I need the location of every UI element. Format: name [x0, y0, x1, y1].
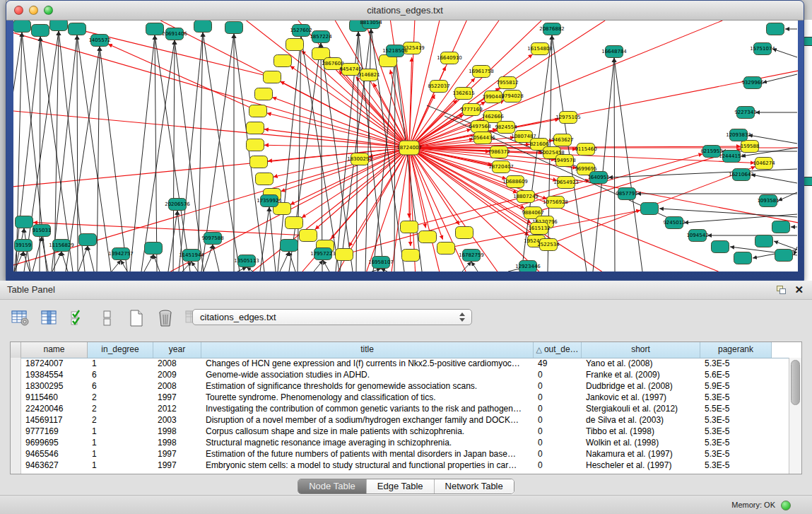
graph-node[interactable]: 20876882 [539, 23, 565, 35]
graph-node[interactable]: 16782759 [459, 250, 484, 262]
graph-node[interactable]: 16648784 [601, 46, 627, 58]
column-header-in_degree[interactable]: in_degree [88, 342, 153, 358]
graph-node[interactable]: 20206576 [165, 199, 190, 211]
table-row[interactable]: 969969511998Structural magnetic resonanc… [20, 437, 789, 448]
graph-node[interactable] [79, 234, 97, 246]
graph-node[interactable]: 1640951 [587, 172, 609, 184]
graph-node[interactable]: 915031 [33, 225, 52, 237]
graph-node[interactable] [402, 250, 420, 262]
column-header-year[interactable]: year [153, 342, 201, 358]
graph-node[interactable] [274, 55, 292, 67]
graph-node[interactable] [300, 230, 317, 242]
citation-network-graph[interactable]: 1830029528676088454749914682118325419166… [13, 21, 798, 271]
column-header-name[interactable]: name [21, 342, 88, 358]
graph-node[interactable]: 1094542 [686, 230, 708, 242]
table-select[interactable]: citations_edges.txt [192, 309, 472, 325]
graph-node[interactable]: 9115460 [575, 144, 596, 156]
scrollbar-thumb[interactable] [791, 360, 800, 405]
graph-node[interactable]: 19654923 [553, 177, 579, 189]
graph-node[interactable] [734, 252, 752, 264]
graph-node[interactable]: 2522534 [537, 239, 560, 251]
graph-node[interactable] [767, 23, 784, 35]
graph-node[interactable]: 1405572 [88, 35, 110, 47]
graph-node[interactable]: 16210643 [729, 169, 754, 181]
graph-node[interactable] [249, 105, 267, 117]
graph-node[interactable]: 18720407 [488, 161, 514, 173]
graph-node[interactable]: 13942757 [108, 248, 134, 260]
graph-node[interactable]: 16154808 [527, 43, 553, 55]
graph-node[interactable]: 1857224 [310, 31, 332, 43]
graph-node[interactable]: 12444154 [719, 151, 744, 163]
graph-node[interactable]: 1615132 [528, 223, 550, 235]
table-row[interactable]: 2242004622012Investigating the contribut… [20, 403, 789, 414]
graph-node[interactable]: 159588 [741, 141, 760, 153]
graph-node[interactable]: 9097588 [201, 233, 223, 245]
show-columns-button[interactable] [39, 308, 60, 328]
table-row[interactable]: 1456911722003Disruption of a novel membe… [20, 414, 789, 426]
graph-node[interactable] [145, 243, 163, 255]
graph-node[interactable]: 8215953 [700, 146, 722, 158]
memory-status-indicator[interactable] [781, 501, 791, 510]
table-row[interactable]: 1938455462009Genome-wide association stu… [20, 369, 789, 380]
table-mode-button[interactable] [97, 308, 118, 328]
graph-node[interactable] [437, 243, 455, 255]
graph-node[interactable]: 13505113 [234, 255, 259, 267]
close-panel-icon[interactable]: ✕ [794, 284, 804, 296]
graph-node[interactable]: 12975105 [555, 112, 581, 124]
graph-node[interactable]: 15751074 [750, 43, 775, 55]
table-row[interactable]: 946362711997Embryonic stem cells: a mode… [20, 460, 789, 471]
graph-node[interactable] [641, 203, 659, 215]
graph-node[interactable] [264, 71, 281, 83]
graph-node[interactable]: 9857791 [616, 188, 637, 200]
graph-node[interactable] [286, 217, 303, 229]
delete-column-button[interactable] [155, 308, 176, 328]
graph-node[interactable] [281, 240, 298, 252]
graph-node[interactable]: 7955812 [496, 77, 518, 89]
graph-node[interactable]: 16958107 [368, 257, 394, 269]
graph-node[interactable] [772, 221, 790, 233]
graph-node[interactable]: 10688609 [502, 176, 528, 188]
table-row[interactable]: 1830029562008Estimation of significance … [20, 380, 789, 392]
tab-edge-table[interactable]: Edge Table [367, 479, 435, 493]
network-view-canvas[interactable]: 1830029528676088454749914682118325419166… [13, 21, 798, 271]
graph-node[interactable]: 16640910 [437, 52, 462, 64]
graph-node[interactable] [336, 249, 353, 261]
table-settings-button[interactable] [10, 308, 31, 328]
graph-node[interactable]: 18724007 [396, 141, 422, 155]
graph-node[interactable] [32, 25, 49, 37]
graph-node[interactable] [146, 23, 164, 35]
graph-node[interactable] [194, 21, 212, 33]
graph-node[interactable]: 9146821 [358, 69, 379, 81]
graph-node[interactable] [401, 221, 418, 233]
graph-node[interactable]: 9777169 [460, 104, 482, 116]
select-rows-button[interactable] [68, 308, 89, 328]
graph-node[interactable]: 20564436 [470, 132, 495, 144]
graph-node[interactable] [50, 21, 68, 31]
graph-node[interactable] [419, 231, 437, 243]
graph-node[interactable]: 18300295 [347, 153, 372, 165]
graph-node[interactable] [250, 156, 268, 168]
tab-node-table[interactable]: Node Table [298, 479, 367, 493]
network-window-titlebar[interactable]: citations_edges.txt [6, 1, 804, 21]
graph-node[interactable]: 8522037 [428, 81, 449, 93]
column-header-out_degree[interactable]: △out_de… [534, 342, 582, 358]
graph-node[interactable]: 9329966 [741, 77, 764, 89]
column-header-title[interactable]: title [201, 342, 534, 358]
graph-node[interactable] [247, 122, 264, 134]
graph-node[interactable] [16, 216, 33, 228]
column-header-pagerank[interactable]: pagerank [700, 342, 772, 358]
graph-node[interactable] [13, 21, 31, 33]
table-row[interactable]: 911546021997Tourette syndrome. Phenomeno… [20, 392, 789, 403]
graph-node[interactable]: 1362615 [452, 88, 474, 100]
graph-node[interactable]: 6497568 [469, 121, 490, 133]
graph-node[interactable] [755, 235, 773, 247]
graph-node[interactable] [255, 88, 273, 100]
graph-node[interactable]: 39159 [15, 240, 33, 252]
graph-node[interactable] [286, 39, 304, 51]
graph-node[interactable]: 7986372 [488, 146, 510, 158]
graph-node[interactable]: 20691406 [162, 28, 187, 40]
graph-node[interactable]: 9794028 [501, 90, 523, 103]
table-row[interactable]: 977716911998Corpus callosum shape and si… [20, 426, 789, 437]
graph-node[interactable]: 1527602 [290, 25, 312, 37]
graph-node[interactable] [775, 250, 793, 262]
